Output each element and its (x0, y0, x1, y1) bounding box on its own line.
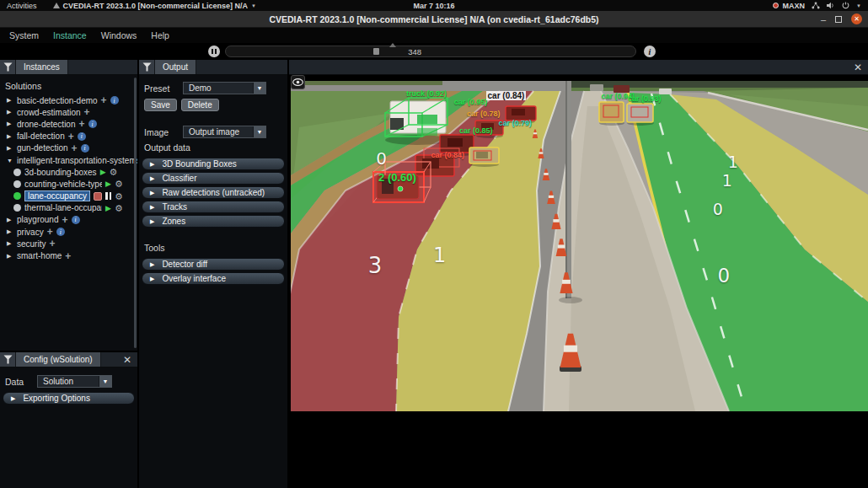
info-icon[interactable]: i (72, 216, 80, 224)
add-instance-icon[interactable]: + (65, 252, 71, 260)
maximize-button[interactable] (835, 16, 842, 23)
dropdown-arrow-icon[interactable]: ▼ (253, 83, 265, 94)
caret-right-icon[interactable]: ▶ (7, 253, 13, 260)
tree-item-playground[interactable]: ▶ playground + i (0, 214, 137, 226)
add-instance-icon[interactable]: + (47, 228, 53, 236)
caret-right-icon[interactable]: ▶ (7, 145, 13, 152)
section-tracks[interactable]: ▶ Tracks (142, 201, 285, 213)
tab-instances[interactable]: Instances (16, 60, 68, 74)
scrollbar[interactable] (134, 78, 137, 348)
play-icon[interactable]: ▶ (100, 168, 106, 176)
menu-windows[interactable]: Windows (101, 30, 137, 40)
instance-lane-occupancy[interactable]: lane-occupancy ⚙ (0, 190, 137, 202)
gear-icon[interactable]: ⚙ (115, 204, 123, 212)
tree-item-gun-detection[interactable]: ▶ gun-detection + i (0, 142, 137, 154)
tab-output[interactable]: Output (155, 60, 196, 74)
stop-icon[interactable] (94, 192, 102, 201)
delete-button[interactable]: Delete (181, 99, 219, 111)
tree-item-security[interactable]: ▶ security + (0, 238, 137, 249)
gear-icon[interactable]: ⚙ (115, 180, 123, 188)
info-icon[interactable]: i (81, 144, 89, 153)
info-icon[interactable]: i (88, 120, 97, 128)
dropdown-arrow-icon[interactable]: ▼ (253, 126, 265, 137)
caret-right-icon[interactable]: ▶ (7, 97, 13, 104)
close-button[interactable]: ✕ (851, 13, 862, 24)
caret-right-icon: ▶ (150, 175, 154, 182)
filter-icon[interactable] (139, 60, 155, 74)
instance-3d-bounding-boxes[interactable]: 3d-bounding-boxes ▶ ⚙ (0, 166, 137, 178)
slider-handle[interactable] (373, 48, 379, 55)
caret-right-icon[interactable]: ▶ (7, 228, 13, 235)
gear-icon[interactable]: ⚙ (110, 168, 118, 176)
add-instance-icon[interactable]: + (72, 144, 78, 153)
image-select[interactable]: Output image ▼ (183, 126, 266, 138)
section-classifier[interactable]: ▶ Classifier (142, 172, 285, 185)
add-instance-icon[interactable]: + (84, 108, 90, 116)
close-panel-icon[interactable]: ✕ (854, 63, 862, 72)
add-instance-icon[interactable]: + (62, 216, 67, 224)
caret-right-icon[interactable]: ▶ (7, 240, 13, 247)
tree-item-crowd-estimation[interactable]: ▶ crowd-estimation + (0, 106, 137, 118)
frame-slider[interactable]: 348 (225, 46, 636, 57)
play-icon[interactable]: ▶ (105, 180, 111, 188)
menu-instance[interactable]: Instance (53, 30, 87, 40)
pause-button[interactable] (208, 46, 220, 57)
section-raw-detections[interactable]: ▶ Raw detections (untracked) (142, 186, 285, 199)
play-icon[interactable]: ▶ (105, 204, 111, 212)
tree-item-privacy[interactable]: ▶ privacy + i (0, 226, 137, 238)
exporting-options-section[interactable]: ▶ Exporting Options (3, 392, 135, 405)
app-indicator[interactable]: CVEDIA-RT 2023.1.0 [Non-commercial Licen… (53, 2, 257, 10)
add-instance-icon[interactable]: + (49, 239, 55, 248)
caret-down-icon: ▼ (251, 3, 256, 8)
activities-button[interactable]: Activities (7, 2, 37, 10)
caret-right-icon[interactable]: ▶ (7, 133, 13, 140)
tool-detector-diff[interactable]: ▶ Detector diff (142, 258, 285, 271)
info-icon[interactable]: i (110, 96, 119, 105)
add-instance-icon[interactable]: + (79, 120, 85, 128)
pause-icon[interactable] (105, 192, 111, 200)
dropdown-arrow-icon[interactable]: ▼ (99, 376, 111, 387)
network-share-icon[interactable] (812, 2, 820, 9)
screen-recorder-indicator[interactable]: MAXN (773, 2, 806, 10)
tree-item-fall-detection[interactable]: ▶ fall-detection + i (0, 131, 137, 142)
caret-right-icon[interactable]: ▶ (7, 121, 13, 127)
power-icon[interactable] (842, 2, 849, 9)
clock[interactable]: Mar 7 10:16 (413, 2, 454, 10)
caret-right-icon[interactable]: ▶ (7, 109, 13, 115)
tab-config[interactable]: Config (wSolution) (16, 352, 101, 367)
add-instance-icon[interactable]: + (68, 132, 74, 141)
info-button[interactable]: i (644, 46, 656, 57)
filter-icon[interactable] (0, 352, 16, 367)
selected-instance-label[interactable]: lane-occupancy (24, 190, 90, 201)
save-button[interactable]: Save (144, 99, 177, 111)
instance-thermal-lane-occupancy[interactable]: thermal-lane-occupan ▶ ⚙ (0, 202, 137, 214)
add-instance-icon[interactable]: + (101, 96, 107, 105)
caret-right-icon[interactable]: ▶ (7, 217, 13, 223)
close-panel-icon[interactable]: ✕ (123, 356, 131, 364)
tree-item-smart-home[interactable]: ▶ smart-home + (0, 249, 137, 261)
tree-item-drone-detection[interactable]: ▶ drone-detection + i (0, 118, 137, 130)
tree-item-intelligent-transportation-systems[interactable]: ▼ intelligent-transportation-systems (0, 154, 137, 166)
detected-car-yellow-lane (469, 147, 499, 167)
menu-system[interactable]: System (9, 30, 39, 40)
system-menu-caret-icon[interactable]: ▼ (856, 3, 861, 8)
tree-item-basic-detection-demo[interactable]: ▶ basic-detection-demo + i (0, 94, 137, 106)
info-icon[interactable]: i (56, 228, 65, 236)
caret-down-icon[interactable]: ▼ (7, 158, 13, 164)
eye-visibility-button[interactable] (291, 75, 305, 89)
menu-bar: System Instance Windows Help (0, 28, 868, 43)
section-3d-bounding-boxes[interactable]: ▶ 3D Bounding Boxes (142, 158, 285, 170)
gear-icon[interactable]: ⚙ (115, 192, 123, 201)
instance-counting-vehicle-types[interactable]: counting-vehicle-types ▶ ⚙ (0, 178, 137, 190)
data-select[interactable]: Solution ▼ (37, 375, 112, 388)
slider-notch-icon (389, 43, 396, 47)
section-zones[interactable]: ▶ Zones (142, 215, 285, 228)
tool-overlay-interface[interactable]: ▶ Overlay interface (142, 272, 285, 285)
menu-help[interactable]: Help (151, 30, 169, 40)
volume-icon[interactable] (827, 2, 835, 9)
preset-select[interactable]: Demo ▼ (183, 82, 266, 94)
info-icon[interactable]: i (78, 132, 86, 141)
minimize-button[interactable]: – (821, 16, 826, 23)
traffic-video-frame[interactable]: truck (0.92)car (0.95)car (0.84)car (0.7… (291, 81, 868, 411)
filter-icon[interactable] (0, 60, 16, 74)
